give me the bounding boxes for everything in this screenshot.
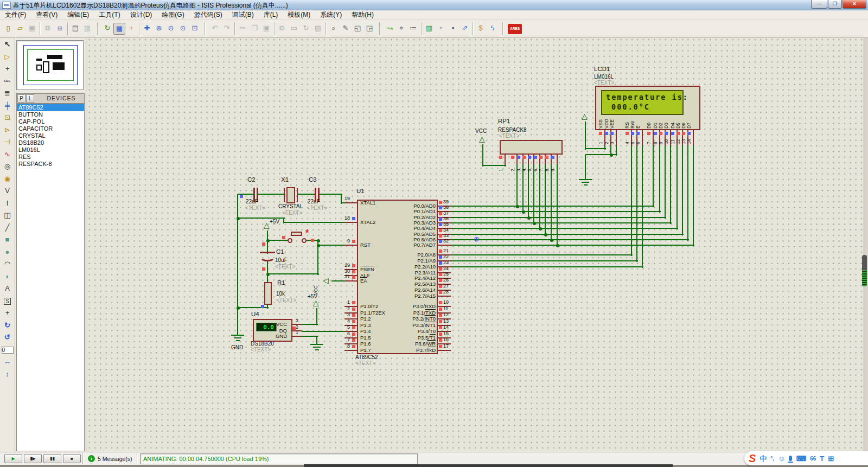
part-label[interactable]: LM016L [594, 74, 614, 80]
wire-label-mode[interactable]: LBL [1, 75, 14, 87]
emoji-icon[interactable]: ☺ [778, 455, 785, 462]
menu-item-8[interactable]: 调试(B) [227, 10, 259, 20]
2d-path-mode[interactable]: ◗ [1, 271, 14, 283]
virtual-instruments-mode[interactable]: ◫ [1, 209, 14, 221]
property-assignment-button[interactable]: ≔ [407, 23, 419, 35]
selection-tool[interactable]: ↖ [1, 39, 14, 50]
erc-button[interactable]: ϟ [487, 23, 499, 35]
wire[interactable] [302, 324, 318, 325]
sensor-pin[interactable] [292, 336, 302, 337]
part-text-placeholder[interactable]: <TEXT> [276, 297, 296, 303]
packaging-tool-button[interactable]: ◱ [352, 23, 363, 35]
text-script-mode[interactable]: ≣ [1, 87, 14, 99]
part-reference[interactable]: U1 [356, 188, 365, 194]
zoom-in-button[interactable]: ⊕ [153, 23, 165, 35]
power-terminal-icon[interactable]: ◁ [323, 277, 329, 284]
part-text-placeholder[interactable]: <TEXT> [282, 210, 302, 216]
2d-arc-mode[interactable]: ◠ [1, 258, 14, 270]
lcd-pin[interactable] [642, 130, 643, 145]
menu-item-6[interactable]: 绘图(G) [157, 10, 189, 20]
wire[interactable] [687, 145, 688, 241]
wire[interactable] [237, 194, 238, 336]
button-terminal[interactable] [288, 238, 292, 243]
restore-button[interactable]: ❐ [828, 0, 842, 9]
keyboard-icon[interactable]: ⌨ [796, 455, 806, 462]
menu-item-9[interactable]: 库(L) [259, 10, 283, 20]
wire[interactable] [483, 165, 506, 166]
part-reference[interactable]: C1 [276, 248, 284, 255]
component-body[interactable] [264, 282, 272, 305]
wire[interactable] [631, 145, 632, 256]
library-button[interactable]: L [26, 94, 34, 103]
2d-circle-mode[interactable]: ● [1, 246, 14, 258]
wire[interactable] [616, 145, 617, 156]
wire[interactable] [318, 245, 346, 246]
wire[interactable] [298, 194, 316, 195]
menu-item-12[interactable]: 帮助(H) [347, 10, 379, 20]
capacitor-plate[interactable] [284, 188, 285, 202]
part-reference[interactable]: C2 [247, 176, 256, 183]
lcd-pin[interactable] [693, 130, 694, 145]
print-button[interactable]: ▤ [69, 23, 81, 35]
origin-button[interactable]: + [125, 23, 137, 35]
part-reference[interactable]: C3 [309, 176, 317, 183]
pick-devices-button[interactable]: P [17, 94, 25, 103]
wire[interactable] [451, 206, 654, 207]
capacitor-curved-plate[interactable] [260, 254, 275, 261]
wire[interactable] [682, 145, 683, 235]
grid-toggle-button[interactable]: ▦ [113, 23, 125, 35]
button-terminal[interactable] [302, 238, 307, 243]
chip-pin[interactable] [344, 222, 357, 223]
minimize-button[interactable]: — [811, 0, 827, 9]
search-tag-button[interactable]: ⌖ [395, 23, 407, 35]
menu-item-1[interactable]: 文件(F) [0, 10, 31, 20]
wire[interactable] [585, 155, 586, 180]
wire[interactable] [302, 336, 318, 337]
part-text-placeholder[interactable]: <TEXT> [355, 360, 375, 366]
bom-button[interactable]: $ [475, 23, 487, 35]
wire[interactable] [676, 145, 678, 229]
power-terminal-icon[interactable]: △ [582, 112, 588, 120]
menu-item-10[interactable]: 模板(M) [283, 10, 315, 20]
wire[interactable] [636, 145, 637, 262]
canvas-scrollbar[interactable] [864, 38, 868, 452]
wire[interactable] [659, 145, 660, 213]
wire[interactable] [451, 245, 694, 246]
part-reference[interactable]: X1 [281, 176, 289, 183]
block-delete-button[interactable]: ▨ [312, 23, 324, 35]
wire[interactable] [653, 145, 654, 207]
make-device-button[interactable]: ✎ [340, 23, 352, 35]
scrollbar-thumb[interactable] [862, 255, 867, 286]
part-label[interactable]: GND [231, 344, 243, 350]
chip-pin[interactable] [344, 350, 357, 351]
menu-item-3[interactable]: 编辑(E) [62, 10, 94, 20]
block-rotate-button[interactable]: ↻ [300, 23, 312, 35]
pan-button[interactable]: ✚ [141, 23, 153, 35]
menu-item-5[interactable]: 设计(D) [125, 10, 157, 20]
wire[interactable] [482, 144, 483, 167]
part-label[interactable]: +5V [270, 219, 279, 225]
device-pin-mode[interactable]: ⊣ [1, 136, 14, 148]
wire[interactable] [557, 155, 558, 246]
chinese-mode-icon[interactable]: 中 [760, 455, 767, 462]
overview-pane[interactable] [16, 40, 84, 90]
part-text-placeholder[interactable]: <TEXT> [245, 205, 265, 211]
cut-button[interactable]: ✂ [237, 23, 248, 35]
redo-button[interactable]: ↷ [221, 23, 233, 35]
wire[interactable] [693, 145, 694, 246]
wire[interactable] [451, 222, 672, 223]
device-item-ds18b20[interactable]: DS18B20 [17, 139, 84, 146]
new-sheet-button[interactable]: ▫ [435, 23, 447, 35]
part-label[interactable]: 22uF [246, 199, 258, 204]
part-text-placeholder[interactable]: <TEXT> [594, 80, 614, 86]
close-button[interactable]: ✕ [843, 0, 866, 9]
remove-sheet-button[interactable]: ▪ [447, 23, 459, 35]
part-reference[interactable]: RP1 [498, 118, 510, 124]
part-text-placeholder[interactable]: <TEXT> [275, 264, 295, 270]
chip-pin[interactable] [344, 245, 357, 246]
goto-sheet-button[interactable]: ⇗ [459, 23, 471, 35]
wire[interactable] [451, 228, 678, 229]
device-item-crystal[interactable]: CRYSTAL [17, 132, 84, 139]
part-text-placeholder[interactable]: <TEXT> [251, 347, 271, 353]
mark-output-button[interactable]: ▥ [81, 23, 93, 35]
